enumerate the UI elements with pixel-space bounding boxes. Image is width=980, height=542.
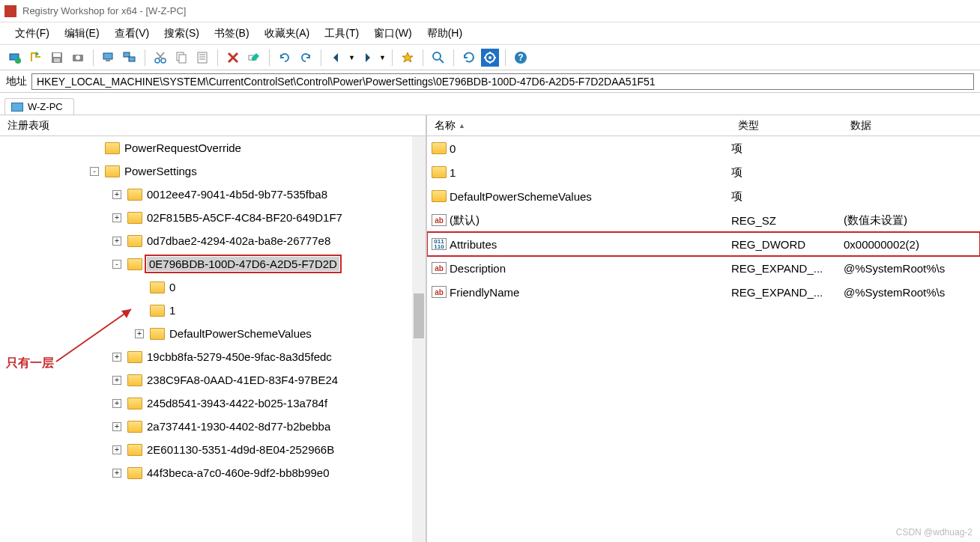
tree-row[interactable]: +245d8541-3943-4422-b025-13a784f	[0, 392, 426, 415]
tree-row[interactable]: +0012ee47-9041-4b5d-9b77-535fba8	[0, 183, 426, 206]
expand-icon[interactable]: +	[112, 213, 121, 222]
refresh-icon[interactable]	[460, 49, 478, 67]
value-row[interactable]: abDescriptionREG_EXPAND_...@%SystemRoot%…	[427, 256, 980, 280]
back-dropdown-icon[interactable]: ▼	[348, 54, 355, 61]
forward-dropdown-icon[interactable]: ▼	[379, 54, 386, 61]
tab-label: W-Z-PC	[28, 101, 63, 112]
scrollbar-thumb[interactable]	[414, 293, 424, 338]
menu-edit[interactable]: 编辑(E)	[57, 24, 107, 43]
copy-icon[interactable]	[172, 49, 190, 67]
value-row[interactable]: 1项	[427, 160, 980, 184]
redo-icon[interactable]	[297, 49, 315, 67]
tree-row[interactable]: 1	[0, 299, 426, 322]
address-input[interactable]	[31, 73, 974, 90]
values-body[interactable]: 0项1项DefaultPowerSchemeValues项ab(默认)REG_S…	[427, 136, 980, 542]
back-icon[interactable]	[327, 49, 345, 67]
tree-row[interactable]: +19cbb8fa-5279-450e-9fac-8a3d5fedc	[0, 345, 426, 368]
folder-icon	[127, 351, 142, 363]
save-icon[interactable]	[48, 49, 66, 67]
folder-icon	[150, 281, 165, 293]
menu-bookmarks[interactable]: 书签(B)	[207, 24, 257, 43]
svg-rect-3	[53, 53, 61, 57]
vertical-scrollbar[interactable]	[412, 136, 426, 542]
col-name[interactable]: 名称▲	[427, 119, 731, 133]
rename-icon[interactable]	[245, 49, 263, 67]
menu-help[interactable]: 帮助(H)	[420, 24, 470, 43]
cut-icon[interactable]	[151, 49, 169, 67]
expand-icon[interactable]: +	[112, 353, 121, 362]
folder-icon	[127, 374, 142, 386]
address-bar: 地址	[0, 70, 980, 93]
folder-icon	[127, 467, 142, 479]
search-icon[interactable]	[429, 49, 447, 67]
expand-icon[interactable]: +	[112, 237, 121, 246]
menu-search[interactable]: 搜索(S)	[157, 24, 207, 43]
toolbar-sep	[217, 49, 218, 66]
value-type: REG_SZ	[731, 214, 844, 227]
tree-body[interactable]: PowerRequestOverride-PowerSettings+0012e…	[0, 136, 426, 542]
undo-icon[interactable]	[276, 49, 294, 67]
value-row[interactable]: DefaultPowerSchemeValues项	[427, 184, 980, 208]
expand-icon[interactable]: +	[112, 376, 121, 385]
tree-row[interactable]: +44f3beca-a7c0-460e-9df2-bb8b99e0	[0, 461, 426, 484]
tree-item-label: PowerSettings	[124, 165, 197, 177]
value-row[interactable]: abFriendlyNameREG_EXPAND_...@%SystemRoot…	[427, 280, 980, 304]
pc2-icon[interactable]	[121, 49, 139, 67]
paste-icon[interactable]	[193, 49, 211, 67]
value-type: REG_DWORD	[731, 238, 844, 251]
menu-file[interactable]: 文件(F)	[7, 24, 57, 43]
connect-icon[interactable]	[6, 49, 24, 67]
settings-icon[interactable]	[481, 49, 499, 67]
tree-row[interactable]: +2a737441-1930-4402-8d77-b2bebba	[0, 415, 426, 438]
tree-row[interactable]: -0E796BDB-100D-47D6-A2D5-F7D2D	[0, 252, 426, 275]
collapse-icon[interactable]: -	[112, 260, 121, 269]
tree-row[interactable]: +238C9FA8-0AAD-41ED-83F4-97BE24	[0, 368, 426, 392]
menu-view[interactable]: 查看(V)	[107, 24, 157, 43]
toolbar-sep	[321, 49, 321, 66]
tree-row[interactable]: +DefaultPowerSchemeValues	[0, 322, 426, 345]
svg-point-1	[15, 58, 21, 64]
values-header: 名称▲ 类型 数据	[427, 115, 980, 136]
value-name: DefaultPowerSchemeValues	[450, 190, 731, 203]
help-icon[interactable]: ?	[512, 49, 530, 67]
svg-line-25	[440, 59, 444, 63]
watermark: CSDN @wdhuag-2	[896, 527, 973, 538]
menu-window[interactable]: 窗口(W)	[366, 24, 420, 43]
expand-icon[interactable]: +	[112, 445, 121, 454]
tree-row[interactable]: +2E601130-5351-4d9d-8E04-252966B	[0, 438, 426, 461]
forward-icon[interactable]	[358, 49, 376, 67]
export-icon[interactable]	[27, 49, 45, 67]
value-name: (默认)	[450, 213, 731, 228]
favorite-icon[interactable]	[399, 49, 417, 67]
folder-icon	[127, 212, 142, 224]
expand-icon[interactable]: +	[135, 329, 144, 338]
value-row[interactable]: 011110AttributesREG_DWORD0x00000002(2)	[427, 232, 980, 256]
svg-point-12	[161, 58, 166, 63]
tab-computer[interactable]: W-Z-PC	[4, 98, 74, 115]
expand-icon[interactable]: +	[112, 422, 121, 431]
menu-tools[interactable]: 工具(T)	[317, 24, 366, 43]
col-type[interactable]: 类型	[731, 119, 843, 133]
tree-item-label: 2E601130-5351-4d9d-8E04-252966B	[147, 443, 334, 456]
value-row[interactable]: 0项	[427, 136, 980, 160]
tree-item-label: 238C9FA8-0AAD-41ED-83F4-97BE24	[147, 374, 338, 386]
pc1-icon[interactable]	[100, 49, 118, 67]
collapse-icon[interactable]: -	[90, 167, 99, 176]
tree-row[interactable]: +0d7dbae2-4294-402a-ba8e-26777e8	[0, 229, 426, 252]
delete-icon[interactable]	[224, 49, 242, 67]
svg-point-6	[76, 55, 80, 60]
tree-row[interactable]: -PowerSettings	[0, 159, 426, 183]
expand-icon[interactable]: +	[112, 469, 121, 478]
tree-row[interactable]: +02F815B5-A5CF-4C84-BF20-649D1F7	[0, 206, 426, 229]
value-data: (数值未设置)	[844, 213, 980, 228]
snapshot-icon[interactable]	[69, 49, 87, 67]
menu-favorites[interactable]: 收藏夹(A)	[257, 24, 318, 43]
expand-icon[interactable]: +	[112, 190, 121, 199]
toolbar-sep	[145, 49, 145, 66]
svg-text:?: ?	[518, 52, 523, 63]
col-data[interactable]: 数据	[843, 119, 980, 133]
value-row[interactable]: ab(默认)REG_SZ(数值未设置)	[427, 208, 980, 232]
tree-row[interactable]: 0	[0, 275, 426, 299]
expand-icon[interactable]: +	[112, 399, 121, 408]
tree-row[interactable]: PowerRequestOverride	[0, 136, 426, 159]
